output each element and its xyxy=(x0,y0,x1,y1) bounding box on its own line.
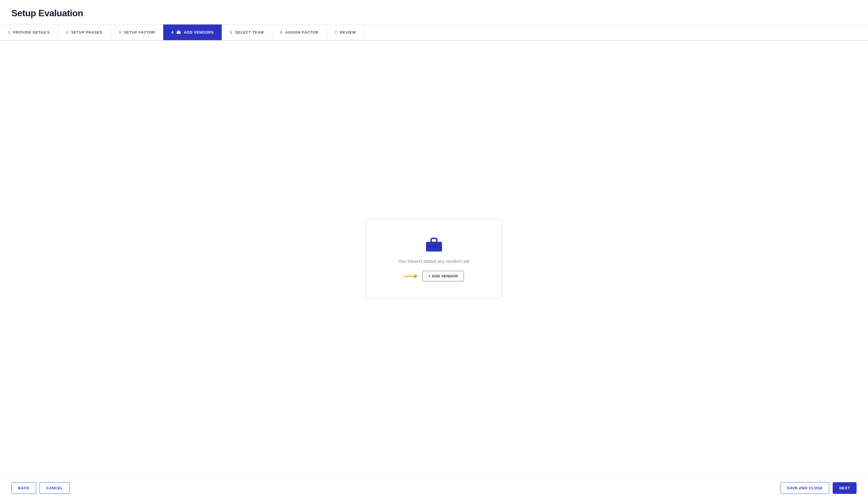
step-item-2[interactable]: 2SETUP PHASES xyxy=(58,24,111,40)
step-number-6: 6 xyxy=(280,30,282,35)
empty-state-card: You haven't added any vendors yet + ADD … xyxy=(365,219,503,299)
step-label-6: ASSIGN FACTOR xyxy=(285,30,318,35)
cancel-button[interactable]: CANCEL xyxy=(40,482,70,494)
step-item-4[interactable]: 4 ADD VENDORS xyxy=(163,24,222,40)
briefcase-icon xyxy=(425,236,443,252)
main-content: You haven't added any vendors yet + ADD … xyxy=(0,41,868,477)
arrow-icon xyxy=(404,273,418,279)
step-label-3: SETUP FACTOR xyxy=(124,30,155,35)
step-label-5: SELECT TEAM xyxy=(235,30,264,35)
step-item-6[interactable]: 6ASSIGN FACTOR xyxy=(272,24,327,40)
step-label-4: ADD VENDORS xyxy=(184,30,214,35)
svg-rect-3 xyxy=(178,32,179,33)
step-item-7[interactable]: 7REVIEW xyxy=(327,24,364,40)
save-and-close-button[interactable]: SAVE AND CLOSE xyxy=(781,482,829,494)
step-label-7: REVIEW xyxy=(340,30,356,35)
svg-rect-7 xyxy=(433,245,435,247)
vendors-icon xyxy=(177,29,181,35)
step-item-5[interactable]: 5SELECT TEAM xyxy=(222,24,272,40)
step-item-1[interactable]: 1PROVIDE DETAILS xyxy=(0,24,58,40)
footer-left: BACK CANCEL xyxy=(11,482,70,494)
step-label-2: SETUP PHASES xyxy=(71,30,103,35)
back-button[interactable]: BACK xyxy=(11,482,36,494)
page-title: Setup Evaluation xyxy=(11,8,857,19)
step-item-3[interactable]: 3SETUP FACTOR xyxy=(111,24,164,40)
svg-rect-1 xyxy=(178,31,180,32)
footer-right: SAVE AND CLOSE NEXT xyxy=(781,482,857,494)
empty-state-message: You haven't added any vendors yet xyxy=(399,259,470,264)
step-number-2: 2 xyxy=(66,30,69,35)
step-number-3: 3 xyxy=(119,30,121,35)
page-header: Setup Evaluation xyxy=(0,0,868,24)
svg-rect-5 xyxy=(431,239,437,242)
steps-bar: 1PROVIDE DETAILS2SETUP PHASES3SETUP FACT… xyxy=(0,24,868,41)
step-number-4: 4 xyxy=(171,30,173,35)
add-vendor-row: + ADD VENDOR xyxy=(404,271,464,281)
page-container: Setup Evaluation 1PROVIDE DETAILS2SETUP … xyxy=(0,0,868,499)
next-button[interactable]: NEXT xyxy=(833,482,857,494)
step-label-1: PROVIDE DETAILS xyxy=(13,30,50,35)
add-vendor-button[interactable]: + ADD VENDOR xyxy=(422,271,464,281)
step-number-7: 7 xyxy=(335,30,337,35)
footer-bar: BACK CANCEL SAVE AND CLOSE NEXT xyxy=(0,477,868,499)
svg-marker-9 xyxy=(414,274,418,278)
step-number-5: 5 xyxy=(230,30,232,35)
step-number-1: 1 xyxy=(8,30,10,35)
